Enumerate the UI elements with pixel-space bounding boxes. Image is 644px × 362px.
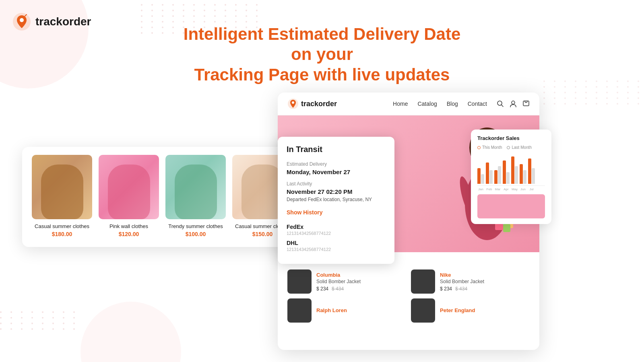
svg-rect-18 <box>503 224 510 232</box>
svg-point-3 <box>292 101 294 104</box>
nav-catalog[interactable]: Catalog <box>417 101 437 107</box>
rec-image-4 <box>411 298 435 323</box>
rec-image-1 <box>287 269 312 294</box>
estimated-value: Monday, November 27 <box>287 169 386 175</box>
svg-rect-6 <box>523 101 529 106</box>
rec-old-price-2: $ 434 <box>455 286 467 292</box>
rec-price-1: $ 234 <box>316 286 328 292</box>
product-name-3: Trendy summer clothes <box>168 223 223 229</box>
product-image-3 <box>165 155 226 219</box>
rec-image-2 <box>411 269 435 294</box>
svg-point-4 <box>497 101 502 105</box>
carrier-fedex-tracking: 121314342568774122 <box>287 231 386 236</box>
transit-panel: In Transit Estimated Delivery Monday, No… <box>278 137 394 264</box>
carrier-fedex-name: FedEx <box>287 224 386 230</box>
legend-dot-this <box>477 146 481 149</box>
carrier-dhl-name: DHL <box>287 240 386 246</box>
logo-text: trackorder <box>35 15 91 28</box>
legend-last-month: Last Month <box>507 145 531 150</box>
product-price-2: $120.00 <box>119 231 139 237</box>
rec-item-4[interactable]: Peter England <box>411 298 530 323</box>
search-icon[interactable] <box>497 100 504 107</box>
product-name-2: Pink wall clothes <box>109 223 148 229</box>
rec-brand-2: Nike <box>440 272 484 278</box>
store-logo-text: trackorder <box>301 100 337 108</box>
carrier-fedex: FedEx 121314342568774122 <box>287 224 386 236</box>
nav-home[interactable]: Home <box>393 101 408 107</box>
store-logo: trackorder <box>287 98 337 109</box>
rec-info-3: Ralph Loren <box>316 307 347 314</box>
recommended-bottom-row: Ralph Loren Peter England <box>278 294 539 327</box>
activity-label: Last Activity <box>287 181 386 187</box>
rec-brand-3: Ralph Loren <box>316 307 347 313</box>
recommended-grid: Columbia Solid Bomber Jacket $ 234 $ 434… <box>287 269 530 294</box>
legend-this-month: This Month <box>477 145 502 150</box>
product-card-2[interactable]: Pink wall clothes $120.00 <box>99 155 159 237</box>
rec-item-3[interactable]: Ralph Loren <box>287 298 406 323</box>
rec-item-1[interactable]: Columbia Solid Bomber Jacket $ 234 $ 434 <box>287 269 406 294</box>
sales-legend: This Month Last Month <box>477 145 545 150</box>
store-nav-icons <box>497 100 530 107</box>
store-nav: trackorder Home Catalog Blog Contact <box>278 93 539 115</box>
chart-labels: JanFebMarAprMayJunJul <box>477 187 545 191</box>
rec-image-3 <box>287 298 312 323</box>
header: trackorder <box>12 12 91 31</box>
sales-chart-area <box>477 154 545 186</box>
store-logo-icon <box>287 98 299 109</box>
chart-pink-block <box>477 194 545 218</box>
carrier-dhl-tracking: 121314342568774122 <box>287 247 386 252</box>
product-image-1 <box>32 155 92 219</box>
product-name-1: Casual summer clothes <box>35 223 89 229</box>
product-price-4: $150.00 <box>252 231 273 237</box>
product-price-3: $100.00 <box>186 231 206 237</box>
product-card-3[interactable]: Trendy summer clothes $100.00 <box>165 155 226 237</box>
store-nav-links: Home Catalog Blog Contact <box>393 101 487 107</box>
transit-title: In Transit <box>287 145 386 154</box>
nav-contact[interactable]: Contact <box>468 101 487 107</box>
activity-date: November 27 02:20 PM <box>287 188 386 195</box>
rec-old-price-1: $ 434 <box>332 286 344 292</box>
rec-prices-1: $ 234 $ 434 <box>316 286 361 292</box>
rec-info-4: Peter England <box>440 307 475 314</box>
rec-name-1: Solid Bomber Jacket <box>316 279 361 284</box>
legend-dot-last <box>507 146 510 149</box>
svg-point-1 <box>20 18 24 22</box>
product-image-2 <box>99 155 159 219</box>
sales-panel: Trackorder Sales This Month Last Month J… <box>471 130 551 224</box>
activity-detail: Departed FedEx location, Syracuse, NY <box>287 197 386 202</box>
rec-brand-1: Columbia <box>316 272 361 278</box>
cart-icon[interactable] <box>522 100 530 107</box>
hero-section: Intelligent Estimated Delivery Date on y… <box>181 24 463 85</box>
rec-price-2: $ 234 <box>440 286 452 292</box>
estimated-label: Estimated Delivery <box>287 161 386 167</box>
logo-icon <box>12 12 31 31</box>
sales-title: Trackorder Sales <box>477 135 545 141</box>
rec-item-2[interactable]: Nike Solid Bomber Jacket $ 234 $ 434 <box>411 269 530 294</box>
rec-info-2: Nike Solid Bomber Jacket $ 234 $ 434 <box>440 272 484 292</box>
show-history-link[interactable]: Show History <box>287 209 322 216</box>
rec-prices-2: $ 234 $ 434 <box>440 286 484 292</box>
product-price-1: $180.00 <box>52 231 72 237</box>
rec-brand-4: Peter England <box>440 307 475 313</box>
carrier-dhl: DHL 121314342568774122 <box>287 240 386 252</box>
product-card-1[interactable]: Casual summer clothes $180.00 <box>32 155 92 237</box>
product-panel: Casual summer clothes $180.00 Pink wall … <box>22 147 296 247</box>
hero-title: Intelligent Estimated Delivery Date on y… <box>181 24 463 85</box>
user-icon[interactable] <box>510 100 517 107</box>
rec-name-2: Solid Bomber Jacket <box>440 279 484 284</box>
svg-point-5 <box>512 101 515 104</box>
rec-info-1: Columbia Solid Bomber Jacket $ 234 $ 434 <box>316 272 361 292</box>
nav-blog[interactable]: Blog <box>447 101 458 107</box>
